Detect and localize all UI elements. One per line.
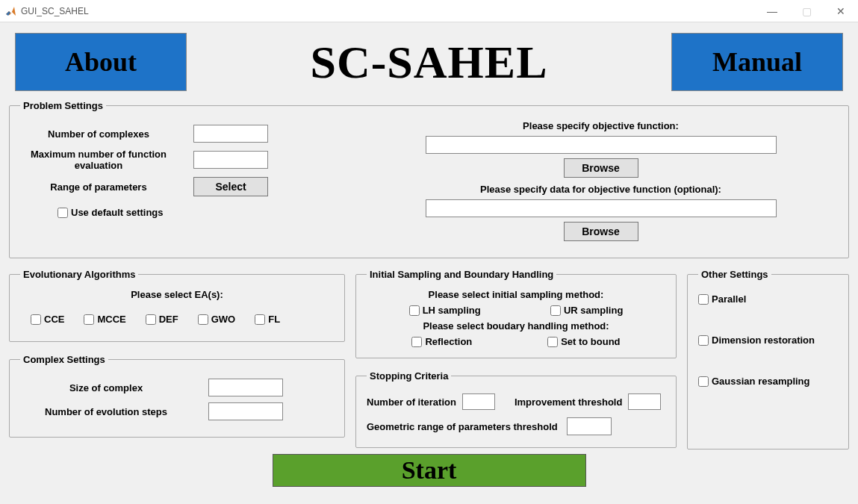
header-bar: About SC-SAHEL Manual: [9, 28, 849, 96]
num-complexes-input[interactable]: [193, 125, 268, 143]
window-title: GUI_SC_SAHEL: [21, 6, 89, 16]
complex-settings-group: Complex Settings Size of complex Number …: [9, 354, 345, 438]
geo-range-input[interactable]: [567, 417, 612, 435]
ea-prompt: Please select EA(s):: [20, 289, 334, 300]
dimension-restoration-checkbox[interactable]: Dimension restoration: [698, 335, 838, 346]
app-title: SC-SAHEL: [209, 36, 649, 89]
sampling-group: Initial Sampling and Boundary Handling P…: [355, 269, 677, 358]
ea-gwo[interactable]: GWO: [198, 314, 236, 325]
init-sampling-prompt: Please select initial sampling method:: [367, 289, 665, 300]
app-window: GUI_SC_SAHEL — ▢ ✕ About SC-SAHEL Manual…: [0, 0, 858, 504]
size-complex-input[interactable]: [208, 379, 283, 396]
other-settings-group: Other Settings Parallel Dimension restor…: [687, 269, 849, 449]
boundary-prompt: Please select boudary handling method:: [367, 320, 665, 332]
objective-input[interactable]: [426, 136, 777, 154]
browse-data-button[interactable]: Browse: [564, 222, 638, 241]
lh-sampling-checkbox[interactable]: LH sampling: [409, 305, 481, 316]
use-default-checkbox-wrap[interactable]: Use default settings: [57, 207, 164, 218]
start-button[interactable]: Start: [273, 454, 586, 487]
use-default-label: Use default settings: [71, 207, 164, 218]
ea-def[interactable]: DEF: [146, 314, 178, 325]
problem-settings-group: Problem Settings Number of complexes Max…: [9, 100, 849, 258]
evolution-steps-label: Number of evolution steps: [20, 406, 192, 417]
complex-legend: Complex Settings: [20, 354, 108, 365]
ea-cce[interactable]: CCE: [31, 314, 64, 325]
parallel-checkbox[interactable]: Parallel: [698, 293, 838, 305]
data-label: Please specify data for objective functi…: [364, 184, 838, 195]
stopping-group: Stopping Criteria Number of iteration Im…: [355, 370, 677, 448]
other-legend: Other Settings: [698, 269, 771, 280]
num-iter-input[interactable]: [462, 393, 495, 410]
num-complexes-label: Number of complexes: [20, 128, 177, 140]
objective-label: Please specify objective function:: [364, 120, 838, 131]
improvement-input[interactable]: [628, 393, 661, 410]
num-iter-label: Number of iteration: [367, 396, 456, 408]
use-default-checkbox[interactable]: [57, 208, 68, 218]
data-input[interactable]: [426, 199, 777, 217]
size-complex-label: Size of complex: [20, 382, 192, 393]
ea-group: Evolutionary Algorithms Please select EA…: [9, 269, 345, 342]
ea-legend: Evolutionary Algorithms: [20, 269, 138, 280]
minimize-button[interactable]: —: [755, 0, 789, 22]
ur-sampling-checkbox[interactable]: UR sampling: [550, 305, 623, 316]
reflection-checkbox[interactable]: Reflection: [411, 336, 472, 347]
manual-button[interactable]: Manual: [671, 33, 843, 91]
close-button[interactable]: ✕: [824, 0, 858, 22]
evolution-steps-input[interactable]: [208, 402, 283, 420]
stopping-legend: Stopping Criteria: [367, 370, 451, 382]
range-params-label: Range of parameters: [20, 181, 177, 193]
ea-mcce[interactable]: MCCE: [84, 314, 125, 325]
select-button[interactable]: Select: [193, 177, 268, 196]
max-eval-label: Maximum number of function evaluation: [20, 149, 177, 171]
about-button[interactable]: About: [15, 33, 187, 91]
client-area: About SC-SAHEL Manual Problem Settings N…: [0, 22, 858, 504]
sampling-legend: Initial Sampling and Boundary Handling: [367, 269, 556, 280]
set-bound-checkbox[interactable]: Set to bound: [547, 336, 620, 347]
improvement-label: Improvement threshold: [515, 396, 622, 408]
max-eval-input[interactable]: [193, 151, 268, 169]
geo-range-label: Geometric range of parameters threshold: [367, 421, 558, 432]
matlab-icon: [4, 5, 16, 17]
titlebar: GUI_SC_SAHEL — ▢ ✕: [0, 0, 858, 22]
ea-fl[interactable]: FL: [255, 314, 280, 325]
problem-settings-legend: Problem Settings: [20, 100, 106, 111]
browse-objective-button[interactable]: Browse: [564, 158, 638, 178]
maximize-button[interactable]: ▢: [789, 0, 824, 22]
gaussian-resampling-checkbox[interactable]: Gaussian resampling: [698, 376, 838, 387]
